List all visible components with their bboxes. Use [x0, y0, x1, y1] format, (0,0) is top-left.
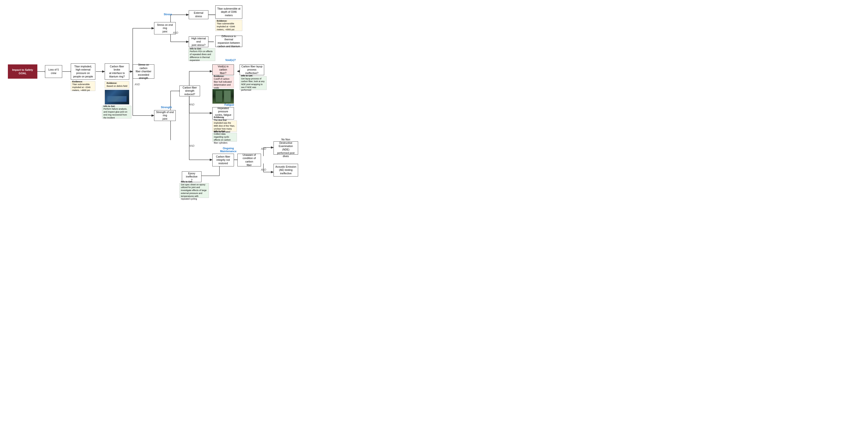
- carbon-integrity-node: Carbon fiberintegrity notrestored: [212, 154, 234, 167]
- carbon-broke-node: Carbon fiber brokeat interface totitaniu…: [105, 63, 129, 80]
- thermal-diff-node: Difference in thermalexpansion betweenca…: [215, 36, 242, 47]
- svg-marker-5: [102, 70, 105, 72]
- acoustic-ineffective-node: Acoustic Emission(AE) testingineffective: [274, 164, 298, 177]
- svg-marker-13: [152, 115, 154, 117]
- no-nde-node: No Non DestructiveExamination (NDE)perfo…: [274, 141, 298, 155]
- and-label-2: AND: [135, 83, 140, 86]
- stress-end-ring-node: Stress on end ringjoint: [154, 22, 176, 34]
- epoxy-info-node: Info to Get:Get spec sheet on epoxy util…: [179, 183, 209, 198]
- carbon-broke-info: Info to Get:Perform failure analysis, an…: [102, 106, 131, 118]
- svg-marker-35: [210, 70, 212, 72]
- fea-info-node: Info to Get:Perform FEA on effects of re…: [188, 48, 215, 61]
- voids-evidence: Evidence:Cutoff of carbon fiber hull ind…: [212, 76, 234, 88]
- and-label-1: AND: [173, 31, 178, 34]
- titan-depth-node: Titan submersible atdepth of 3346meters: [215, 5, 242, 19]
- titan-depth-evidence: Evidence:Titan submersible imploded at ~…: [215, 20, 242, 31]
- carbon-fiber-image: [212, 89, 234, 104]
- strength-label: Strength: [158, 106, 175, 109]
- and-label-3: AND: [189, 103, 194, 106]
- carbon-broke-evidence: Evidence:Based on debris field: [105, 81, 129, 89]
- voids-carbon-node: Void(s) in carbonfiber?: [212, 64, 234, 75]
- titan-imploded-node: Titan imploded,high externalpressure onp…: [71, 63, 95, 80]
- fatigue-info-node: Info to Get:Collect data regarding cycli…: [212, 133, 237, 142]
- and-label-4: AND: [189, 145, 194, 147]
- and-label-5: AND: [261, 148, 266, 150]
- strength-end-ring-node: Strength of end ringjoint: [154, 110, 176, 121]
- svg-marker-16: [186, 14, 189, 16]
- svg-marker-41: [210, 159, 212, 161]
- debris-image: [105, 90, 129, 105]
- loss-crew-node: Loss of 5 crew: [45, 65, 62, 78]
- svg-marker-19: [186, 41, 189, 43]
- high-internal-node: High internal endjoint stress?: [189, 36, 208, 47]
- voids-label: Void(s)?: [221, 59, 240, 61]
- layup-ineffective-node: Carbon fiber layupprocess ineffective?: [240, 64, 264, 75]
- layup-info-node: Info to Get:Get layup process of carbon …: [240, 76, 267, 90]
- svg-marker-10: [152, 27, 154, 29]
- and-label-6: AND: [261, 168, 266, 171]
- external-stress-node: External stress: [189, 10, 208, 19]
- svg-marker-58: [271, 171, 274, 173]
- svg-marker-45: [237, 70, 240, 72]
- stress-label: Stress: [159, 13, 177, 16]
- stress-carbon-node: Stress on carbonfiber chamberexceeded st…: [133, 64, 154, 79]
- fatigue-label: Fatigue: [219, 103, 239, 106]
- unaware-condition-node: Unaware ofcondition of carbonfiber: [238, 154, 261, 167]
- svg-marker-7: [130, 70, 133, 72]
- carbon-strength-node: Carbon fiberstrength reduced?: [179, 86, 200, 96]
- svg-marker-55: [271, 147, 274, 148]
- svg-marker-38: [210, 112, 212, 114]
- diagram-container: Impact to Safety GOAL Loss of 5 crew Tit…: [0, 0, 434, 222]
- ongoing-label: OngoingMaintenance: [215, 147, 242, 153]
- svg-marker-43: [237, 70, 240, 72]
- safety-goal-node: Impact to Safety GOAL: [8, 64, 37, 79]
- titan-imploded-evidence: Evidence:Titan submersible imploded at ~…: [71, 81, 95, 91]
